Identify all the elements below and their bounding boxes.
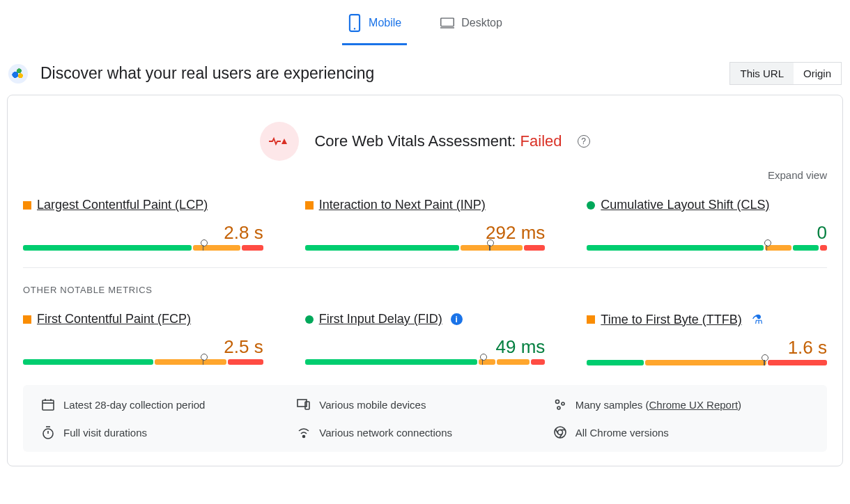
svg-point-11 <box>562 402 564 405</box>
tab-desktop[interactable]: Desktop <box>435 10 508 45</box>
footer-devices: Various mobile devices <box>297 397 552 411</box>
metric-lcp-value: 2.8 s <box>23 222 263 244</box>
scope-toggle: This URL Origin <box>729 62 842 85</box>
svg-rect-4 <box>42 400 54 410</box>
metric-inp: Interaction to Next Paint (INP) 292 ms <box>305 198 546 251</box>
expand-view[interactable]: Expand view <box>23 169 827 181</box>
section-heading: OTHER NOTABLE METRICS <box>23 285 827 295</box>
metric-fid-bar <box>305 359 546 365</box>
metric-ttfb: Time to First Byte (TTFB)⚗ 1.6 s <box>587 312 827 365</box>
metric-ttfb-value: 1.6 s <box>587 337 827 359</box>
network-icon <box>297 425 311 439</box>
footer-info: Latest 28-day collection period Various … <box>23 385 827 452</box>
status-dot-icon <box>587 201 595 210</box>
footer-durations: Full visit durations <box>41 425 297 439</box>
svg-point-10 <box>555 400 559 404</box>
metric-inp-value: 292 ms <box>305 222 546 244</box>
assessment-text: Core Web Vitals Assessment: Failed <box>314 132 562 150</box>
device-tabs: Mobile Desktop <box>0 0 850 45</box>
svg-point-12 <box>557 407 560 409</box>
footer-network: Various network connections <box>297 425 552 439</box>
crux-icon <box>8 64 28 84</box>
metric-cls-name[interactable]: Cumulative Layout Shift (CLS) <box>601 198 769 212</box>
metric-inp-bar <box>305 245 546 251</box>
chrome-icon <box>553 425 567 439</box>
footer-period: Latest 28-day collection period <box>41 397 297 411</box>
desktop-icon <box>440 14 454 32</box>
status-square-icon <box>587 315 595 324</box>
footer-samples: Many samples (Chrome UX Report) <box>553 397 809 411</box>
assessment-panel: Core Web Vitals Assessment: Failed ? Exp… <box>7 95 843 466</box>
metric-fid-name[interactable]: First Input Delay (FID) <box>319 312 442 326</box>
flask-icon: ⚗ <box>752 312 763 327</box>
page-title: Discover what your real users are experi… <box>40 64 374 83</box>
info-icon[interactable]: i <box>451 313 463 325</box>
status-square-icon <box>23 315 31 324</box>
metric-lcp-name[interactable]: Largest Contentful Paint (LCP) <box>37 198 208 212</box>
metric-fcp: First Contentful Paint (FCP) 2.5 s <box>23 312 263 365</box>
metric-cls-value: 0 <box>587 222 827 244</box>
status-square-icon <box>23 201 31 210</box>
mobile-icon <box>348 14 362 32</box>
vitals-fail-icon <box>260 122 299 161</box>
metric-fcp-name[interactable]: First Contentful Paint (FCP) <box>37 312 191 326</box>
metric-cls: Cumulative Layout Shift (CLS) 0 <box>587 198 827 251</box>
metric-lcp-bar <box>23 245 263 251</box>
samples-icon <box>553 397 567 411</box>
calendar-icon <box>41 397 55 411</box>
stopwatch-icon <box>41 425 55 439</box>
svg-rect-2 <box>441 18 454 26</box>
metric-fcp-value: 2.5 s <box>23 336 263 358</box>
scope-this-url[interactable]: This URL <box>730 63 794 84</box>
footer-chrome: All Chrome versions <box>553 425 809 439</box>
crux-link[interactable]: Chrome UX Report <box>649 399 739 411</box>
metric-fcp-bar <box>23 359 263 365</box>
svg-point-1 <box>354 28 355 29</box>
svg-point-16 <box>303 436 305 438</box>
metric-ttfb-name[interactable]: Time to First Byte (TTFB) <box>601 313 741 327</box>
metric-ttfb-bar <box>587 360 827 365</box>
metric-fid: First Input Delay (FID)i 49 ms <box>305 312 546 365</box>
help-icon[interactable]: ? <box>578 135 590 148</box>
status-square-icon <box>305 201 314 210</box>
status-dot-icon <box>305 315 314 324</box>
scope-origin[interactable]: Origin <box>794 63 841 84</box>
tab-desktop-label: Desktop <box>461 17 502 29</box>
svg-rect-9 <box>305 402 309 409</box>
metric-lcp: Largest Contentful Paint (LCP) 2.8 s <box>23 198 263 251</box>
metric-cls-bar <box>587 245 827 251</box>
devices-icon <box>297 397 311 411</box>
metric-inp-name[interactable]: Interaction to Next Paint (INP) <box>319 198 486 212</box>
tab-mobile[interactable]: Mobile <box>342 10 407 45</box>
metric-fid-value: 49 ms <box>305 336 546 358</box>
tab-mobile-label: Mobile <box>369 17 401 29</box>
